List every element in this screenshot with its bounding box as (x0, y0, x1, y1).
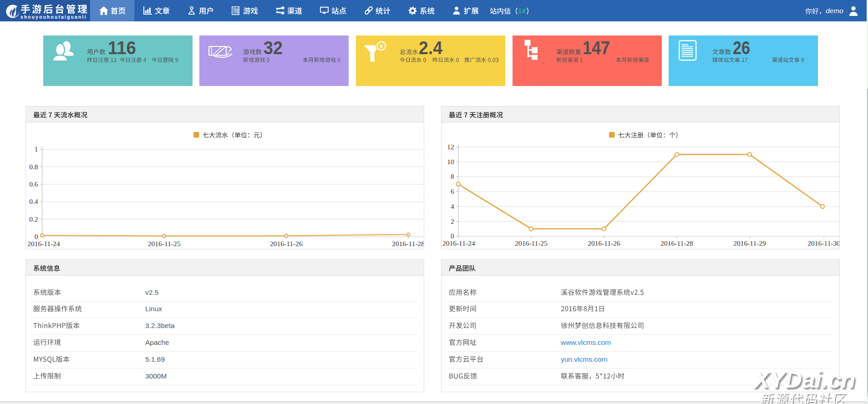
svg-text:6: 6 (451, 187, 454, 195)
svg-text:26: 26 (733, 37, 750, 58)
svg-text:4: 4 (451, 202, 454, 210)
svg-text:2016-11-25: 2016-11-25 (148, 240, 181, 247)
svg-text:2.4: 2.4 (419, 37, 442, 58)
svg-text:8: 8 (451, 172, 454, 180)
svg-text:0.8: 0.8 (29, 163, 38, 171)
svg-text:32: 32 (264, 37, 283, 58)
svg-text:2016-11-28: 2016-11-28 (392, 240, 424, 247)
svg-text:12: 12 (447, 143, 454, 151)
svg-text:2016-11-28: 2016-11-28 (660, 239, 693, 247)
svg-text:0.4: 0.4 (29, 197, 38, 205)
svg-text:116: 116 (108, 37, 136, 58)
svg-text:14: 14 (518, 7, 526, 15)
svg-text:0: 0 (451, 232, 454, 240)
svg-text:0: 0 (35, 232, 38, 240)
svg-text:10: 10 (447, 158, 454, 166)
svg-text:2: 2 (451, 217, 454, 225)
svg-text:2016-11-26: 2016-11-26 (270, 240, 303, 247)
svg-text:0.6: 0.6 (29, 180, 38, 188)
svg-text:¥: ¥ (380, 43, 383, 50)
svg-text:2016-11-29: 2016-11-29 (733, 239, 766, 247)
svg-text:2016-11-24: 2016-11-24 (27, 240, 60, 247)
svg-text:2016-11-24: 2016-11-24 (442, 239, 475, 247)
svg-text:0.2: 0.2 (29, 215, 38, 223)
svg-text:2016-11-25: 2016-11-25 (515, 239, 548, 247)
svg-text:1: 1 (35, 145, 38, 153)
svg-text:2016-11-30: 2016-11-30 (807, 239, 839, 247)
svg-text:147: 147 (583, 37, 610, 58)
svg-text:2016-11-26: 2016-11-26 (588, 239, 620, 247)
